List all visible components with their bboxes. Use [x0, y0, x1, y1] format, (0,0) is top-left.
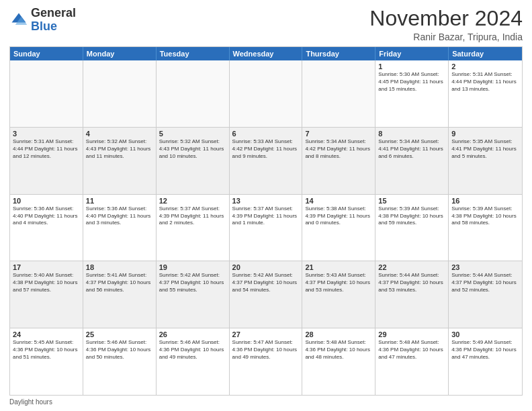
calendar-cell-21: 21Sunrise: 5:43 AM Sunset: 4:37 PM Dayli… — [302, 261, 375, 328]
cell-info-text: Sunrise: 5:39 AM Sunset: 4:38 PM Dayligh… — [378, 205, 445, 227]
calendar-cell-empty-0-3 — [230, 60, 303, 127]
day-number: 19 — [159, 263, 226, 271]
day-number: 5 — [159, 130, 226, 138]
cell-info-text: Sunrise: 5:45 AM Sunset: 4:36 PM Dayligh… — [13, 339, 80, 361]
cell-info-text: Sunrise: 5:43 AM Sunset: 4:37 PM Dayligh… — [305, 272, 372, 293]
calendar-cell-8: 8Sunrise: 5:34 AM Sunset: 4:41 PM Daylig… — [375, 128, 449, 194]
calendar-cell-4: 4Sunrise: 5:32 AM Sunset: 4:43 PM Daylig… — [83, 128, 157, 194]
cell-info-text: Sunrise: 5:42 AM Sunset: 4:37 PM Dayligh… — [159, 272, 226, 293]
location-subtitle: Ranir Bazar, Tripura, India — [369, 32, 523, 42]
cell-info-text: Sunrise: 5:47 AM Sunset: 4:36 PM Dayligh… — [232, 339, 300, 361]
cell-info-text: Sunrise: 5:37 AM Sunset: 4:39 PM Dayligh… — [159, 205, 226, 227]
calendar-cell-14: 14Sunrise: 5:38 AM Sunset: 4:39 PM Dayli… — [302, 195, 375, 261]
calendar-cell-1: 1Sunrise: 5:30 AM Sunset: 4:45 PM Daylig… — [375, 60, 449, 127]
day-number: 28 — [305, 330, 372, 338]
calendar-body: 1Sunrise: 5:30 AM Sunset: 4:45 PM Daylig… — [10, 60, 522, 395]
day-number: 8 — [378, 130, 445, 138]
title-block: November 2024 Ranir Bazar, Tripura, Indi… — [369, 7, 523, 42]
day-number: 1 — [378, 62, 445, 71]
calendar-cell-28: 28Sunrise: 5:48 AM Sunset: 4:36 PM Dayli… — [302, 328, 375, 395]
cell-info-text: Sunrise: 5:31 AM Sunset: 4:44 PM Dayligh… — [451, 71, 519, 93]
cell-info-text: Sunrise: 5:39 AM Sunset: 4:38 PM Dayligh… — [451, 205, 519, 227]
day-number: 9 — [451, 130, 519, 138]
cell-info-text: Sunrise: 5:30 AM Sunset: 4:45 PM Dayligh… — [378, 71, 445, 93]
cell-info-text: Sunrise: 5:35 AM Sunset: 4:41 PM Dayligh… — [451, 138, 519, 160]
cell-info-text: Sunrise: 5:48 AM Sunset: 4:36 PM Dayligh… — [305, 339, 372, 361]
header: General Blue November 2024 Ranir Bazar, … — [9, 7, 523, 42]
cell-info-text: Sunrise: 5:40 AM Sunset: 4:38 PM Dayligh… — [13, 272, 80, 293]
calendar-cell-22: 22Sunrise: 5:44 AM Sunset: 4:37 PM Dayli… — [375, 261, 449, 328]
calendar-row-4: 24Sunrise: 5:45 AM Sunset: 4:36 PM Dayli… — [10, 328, 522, 395]
cell-info-text: Sunrise: 5:44 AM Sunset: 4:37 PM Dayligh… — [451, 272, 519, 293]
calendar-row-2: 10Sunrise: 5:36 AM Sunset: 4:40 PM Dayli… — [10, 194, 522, 261]
cell-info-text: Sunrise: 5:37 AM Sunset: 4:39 PM Dayligh… — [232, 205, 300, 227]
day-number: 2 — [451, 62, 519, 71]
cell-info-text: Sunrise: 5:31 AM Sunset: 4:44 PM Dayligh… — [13, 138, 80, 160]
header-day-sunday: Sunday — [10, 47, 83, 60]
day-number: 7 — [305, 130, 372, 138]
header-day-saturday: Saturday — [449, 47, 522, 60]
calendar-cell-empty-0-4 — [302, 60, 375, 127]
logo-blue: Blue — [31, 19, 57, 33]
cell-info-text: Sunrise: 5:38 AM Sunset: 4:39 PM Dayligh… — [305, 205, 372, 227]
calendar-cell-16: 16Sunrise: 5:39 AM Sunset: 4:38 PM Dayli… — [449, 195, 522, 261]
calendar-cell-12: 12Sunrise: 5:37 AM Sunset: 4:39 PM Dayli… — [157, 195, 230, 261]
calendar-cell-29: 29Sunrise: 5:48 AM Sunset: 4:36 PM Dayli… — [375, 328, 449, 395]
day-number: 10 — [13, 197, 80, 205]
daylight-hours-label: Daylight hours — [9, 398, 52, 406]
page: General Blue November 2024 Ranir Bazar, … — [0, 0, 532, 411]
day-number: 23 — [451, 263, 519, 271]
calendar-cell-17: 17Sunrise: 5:40 AM Sunset: 4:38 PM Dayli… — [10, 261, 83, 328]
day-number: 20 — [232, 263, 300, 271]
cell-info-text: Sunrise: 5:48 AM Sunset: 4:36 PM Dayligh… — [378, 339, 445, 361]
calendar-header: SundayMondayTuesdayWednesdayThursdayFrid… — [10, 47, 522, 60]
calendar-cell-23: 23Sunrise: 5:44 AM Sunset: 4:37 PM Dayli… — [449, 261, 522, 328]
calendar-cell-empty-0-2 — [157, 60, 230, 127]
calendar: SundayMondayTuesdayWednesdayThursdayFrid… — [9, 46, 523, 396]
calendar-cell-19: 19Sunrise: 5:42 AM Sunset: 4:37 PM Dayli… — [157, 261, 230, 328]
day-number: 4 — [86, 130, 153, 138]
calendar-cell-30: 30Sunrise: 5:49 AM Sunset: 4:36 PM Dayli… — [449, 328, 522, 395]
day-number: 15 — [378, 197, 445, 205]
day-number: 14 — [305, 197, 372, 205]
day-number: 6 — [232, 130, 300, 138]
day-number: 26 — [159, 330, 226, 338]
day-number: 22 — [378, 263, 445, 271]
cell-info-text: Sunrise: 5:42 AM Sunset: 4:37 PM Dayligh… — [232, 272, 300, 293]
cell-info-text: Sunrise: 5:46 AM Sunset: 4:36 PM Dayligh… — [86, 339, 153, 361]
calendar-row-0: 1Sunrise: 5:30 AM Sunset: 4:45 PM Daylig… — [10, 60, 522, 127]
day-number: 11 — [86, 197, 153, 205]
calendar-cell-6: 6Sunrise: 5:33 AM Sunset: 4:42 PM Daylig… — [230, 128, 303, 194]
day-number: 27 — [232, 330, 300, 338]
calendar-cell-25: 25Sunrise: 5:46 AM Sunset: 4:36 PM Dayli… — [83, 328, 157, 395]
day-number: 18 — [86, 263, 153, 271]
logo-text: General Blue — [31, 7, 76, 34]
header-day-thursday: Thursday — [302, 47, 375, 60]
day-number: 29 — [378, 330, 445, 338]
calendar-cell-26: 26Sunrise: 5:46 AM Sunset: 4:36 PM Dayli… — [157, 328, 230, 395]
calendar-cell-5: 5Sunrise: 5:32 AM Sunset: 4:43 PM Daylig… — [157, 128, 230, 194]
calendar-cell-27: 27Sunrise: 5:47 AM Sunset: 4:36 PM Dayli… — [230, 328, 303, 395]
calendar-cell-7: 7Sunrise: 5:34 AM Sunset: 4:42 PM Daylig… — [302, 128, 375, 194]
cell-info-text: Sunrise: 5:32 AM Sunset: 4:43 PM Dayligh… — [86, 138, 153, 160]
cell-info-text: Sunrise: 5:44 AM Sunset: 4:37 PM Dayligh… — [378, 272, 445, 293]
logo-general: General — [31, 6, 76, 19]
cell-info-text: Sunrise: 5:46 AM Sunset: 4:36 PM Dayligh… — [159, 339, 226, 361]
day-number: 21 — [305, 263, 372, 271]
calendar-cell-20: 20Sunrise: 5:42 AM Sunset: 4:37 PM Dayli… — [230, 261, 303, 328]
calendar-cell-24: 24Sunrise: 5:45 AM Sunset: 4:36 PM Dayli… — [10, 328, 83, 395]
header-day-friday: Friday — [375, 47, 449, 60]
day-number: 12 — [159, 197, 226, 205]
calendar-cell-2: 2Sunrise: 5:31 AM Sunset: 4:44 PM Daylig… — [449, 60, 522, 127]
calendar-cell-11: 11Sunrise: 5:36 AM Sunset: 4:40 PM Dayli… — [83, 195, 157, 261]
day-number: 24 — [13, 330, 80, 338]
calendar-cell-empty-0-1 — [83, 60, 157, 127]
calendar-row-1: 3Sunrise: 5:31 AM Sunset: 4:44 PM Daylig… — [10, 127, 522, 194]
day-number: 16 — [451, 197, 519, 205]
calendar-cell-15: 15Sunrise: 5:39 AM Sunset: 4:38 PM Dayli… — [375, 195, 449, 261]
calendar-cell-3: 3Sunrise: 5:31 AM Sunset: 4:44 PM Daylig… — [10, 128, 83, 194]
logo-icon — [9, 11, 28, 30]
cell-info-text: Sunrise: 5:34 AM Sunset: 4:42 PM Dayligh… — [305, 138, 372, 160]
header-day-tuesday: Tuesday — [157, 47, 230, 60]
month-title: November 2024 — [369, 7, 523, 30]
